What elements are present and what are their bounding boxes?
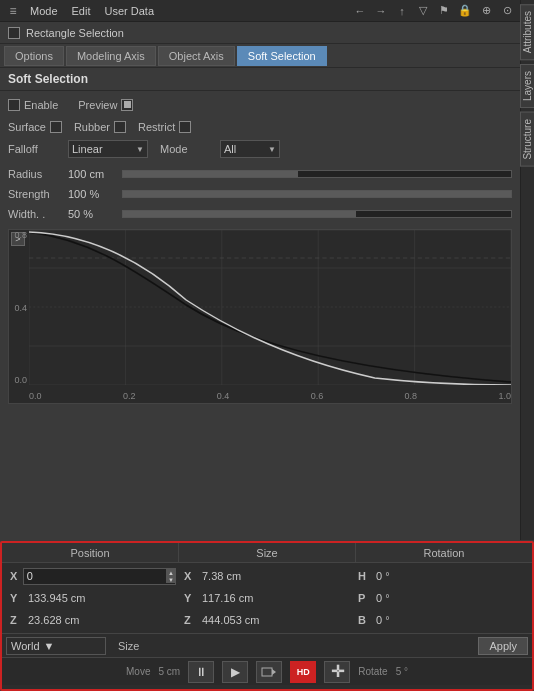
tab-options[interactable]: Options (4, 46, 64, 66)
restrict-label: Restrict (138, 121, 175, 133)
falloff-mode-row: Falloff Linear ▼ Mode All ▼ (8, 139, 512, 159)
radius-row: Radius 100 cm (8, 165, 512, 183)
z-pos-value: 23.628 cm (24, 614, 83, 626)
width-slider[interactable] (122, 210, 512, 218)
rotation-p-row: P 0 ° (354, 587, 528, 609)
h-rot-label: H (358, 570, 372, 582)
y-pos-value: 133.945 cm (24, 592, 89, 604)
x-label-0: 0.0 (29, 391, 42, 401)
width-row: Width. . 50 % (8, 205, 512, 223)
svg-rect-12 (262, 668, 272, 676)
restrict-wrap: Restrict (138, 121, 191, 133)
x-label-2: 0.4 (217, 391, 230, 401)
strength-label: Strength (8, 188, 68, 200)
enable-checkbox[interactable] (8, 99, 20, 111)
x-size-value: 7.38 cm (198, 570, 245, 582)
h-rot-value: 0 ° (372, 570, 394, 582)
menu-bar-right: ← → ↑ ▽ ⚑ 🔒 ⊕ ⊙ (351, 2, 516, 20)
position-section-header: Position (2, 543, 179, 562)
preview-wrap: Preview (78, 99, 133, 111)
pause-button[interactable]: ⏸ (188, 661, 214, 683)
menu-edit[interactable]: Edit (66, 3, 97, 19)
surface-checkbox[interactable] (50, 121, 62, 133)
rotation-section-header: Rotation (356, 543, 532, 562)
world-dropdown[interactable]: World ▼ (6, 637, 106, 655)
falloff-value: Linear (72, 143, 103, 155)
sidebar-tab-layers[interactable]: Layers (520, 64, 534, 108)
tabs-row: Options Modeling Axis Object Axis Soft S… (0, 44, 520, 68)
flag-icon[interactable]: ⚑ (435, 2, 453, 20)
b-rot-value: 0 ° (372, 614, 394, 626)
strength-slider[interactable] (122, 190, 512, 198)
plus-button[interactable]: ✛ (324, 661, 350, 683)
radius-value: 100 cm (68, 168, 118, 180)
move-value: 5 cm (158, 666, 180, 677)
menu-user-data[interactable]: User Data (99, 3, 161, 19)
x-label-3: 0.6 (311, 391, 324, 401)
y-label-0: 0.8 (14, 230, 27, 240)
filter-icon[interactable]: ▽ (414, 2, 432, 20)
position-x-row: X ▲ ▼ (6, 565, 180, 587)
y-size-label: Y (184, 592, 198, 604)
right-sidebar: Attributes Layers Structure (520, 0, 534, 540)
mode-label: Mode (160, 143, 220, 155)
restrict-checkbox[interactable] (179, 121, 191, 133)
preview-checkbox[interactable] (121, 99, 133, 111)
rubber-checkbox[interactable] (114, 121, 126, 133)
rectangle-selection-label: Rectangle Selection (26, 27, 124, 39)
sliders-area: Radius 100 cm Strength 100 % Width. . 50… (0, 165, 520, 225)
move-label: Move (126, 666, 150, 677)
z-axis-label: Z (10, 614, 24, 626)
x-pos-down-button[interactable]: ▼ (166, 576, 176, 583)
x-position-input[interactable] (23, 568, 176, 585)
hd-button[interactable]: HD (290, 661, 316, 683)
z-size-label: Z (184, 614, 198, 626)
z-size-value: 444.053 cm (198, 614, 263, 626)
size-x-row: X 7.38 cm (180, 565, 354, 587)
strength-value: 100 % (68, 188, 118, 200)
y-axis-label: Y (10, 592, 24, 604)
lock-icon[interactable]: 🔒 (456, 2, 474, 20)
up-icon[interactable]: ↑ (393, 2, 411, 20)
radius-fill (123, 171, 298, 177)
falloff-dropdown[interactable]: Linear ▼ (68, 140, 148, 158)
world-label: World (11, 640, 40, 652)
sidebar-tab-attributes[interactable]: Attributes (520, 4, 534, 60)
menu-bar-left: ≡ Mode Edit User Data (4, 2, 351, 20)
mode-dropdown[interactable]: All ▼ (220, 140, 280, 158)
enable-preview-row: Enable Preview (8, 95, 512, 115)
width-label: Width. . (8, 208, 68, 220)
coords-grid: X ▲ ▼ X 7.38 cm H 0 ° Y 133.945 cm Y 117… (2, 563, 532, 633)
menu-mode[interactable]: Mode (24, 3, 64, 19)
falloff-label: Falloff (8, 143, 68, 155)
back-icon[interactable]: ← (351, 2, 369, 20)
preview-label: Preview (78, 99, 117, 111)
enable-wrap: Enable (8, 99, 58, 111)
sidebar-tab-structure[interactable]: Structure (520, 112, 534, 167)
size-y-row: Y 117.16 cm (180, 587, 354, 609)
circle-icon[interactable]: ⊙ (498, 2, 516, 20)
tab-soft-selection[interactable]: Soft Selection (237, 46, 327, 66)
position-z-row: Z 23.628 cm (6, 609, 180, 631)
play-button[interactable]: ▶ (222, 661, 248, 683)
menu-bar: ≡ Mode Edit User Data ← → ↑ ▽ ⚑ 🔒 ⊕ ⊙ (0, 0, 520, 22)
rotation-h-row: H 0 ° (354, 565, 528, 587)
svg-marker-13 (272, 669, 276, 675)
radius-slider[interactable] (122, 170, 512, 178)
size-bottom-label: Size (118, 640, 139, 652)
tab-object-axis[interactable]: Object Axis (158, 46, 235, 66)
add-icon[interactable]: ⊕ (477, 2, 495, 20)
hamburger-icon[interactable]: ≡ (4, 2, 22, 20)
apply-button[interactable]: Apply (478, 637, 528, 655)
forward-icon[interactable]: → (372, 2, 390, 20)
x-pos-up-button[interactable]: ▲ (166, 569, 176, 576)
width-fill (123, 211, 356, 217)
rubber-label: Rubber (74, 121, 110, 133)
tab-modeling-axis[interactable]: Modeling Axis (66, 46, 156, 66)
surface-wrap: Surface (8, 121, 62, 133)
mode-arrow-icon: ▼ (268, 145, 276, 154)
world-arrow-icon: ▼ (44, 640, 55, 652)
record-button[interactable] (256, 661, 282, 683)
rectangle-selection-checkbox[interactable] (8, 27, 20, 39)
x-axis-label: X (10, 570, 23, 582)
